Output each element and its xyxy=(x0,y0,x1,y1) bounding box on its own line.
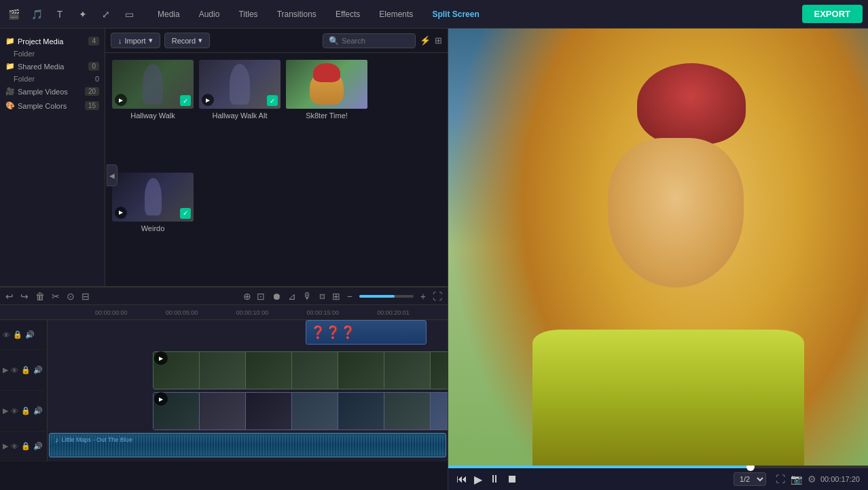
magic-icon[interactable]: ✦ xyxy=(75,6,91,22)
delete-icon[interactable]: 🗑 xyxy=(35,291,45,302)
snapshot-icon[interactable]: 📷 xyxy=(791,474,802,485)
stop-button[interactable]: ⏹ xyxy=(507,473,518,485)
track-v2-audio-icon[interactable]: 🔊 xyxy=(33,406,43,415)
timeline-add-icon[interactable]: ⊕ xyxy=(243,291,251,302)
settings-icon[interactable]: ⚙ xyxy=(808,474,816,485)
sidebar-item-folder-1[interactable]: Folder xyxy=(0,48,105,59)
tab-transitions[interactable]: Transitions xyxy=(268,5,326,23)
split-icon[interactable]: ⊟ xyxy=(82,291,90,302)
video-film-strip-1[interactable] xyxy=(153,351,448,389)
track-v2-play-icon[interactable]: ▶ xyxy=(3,406,8,415)
track-video-1: ▶ 👁 🔒 🔊 xyxy=(0,350,448,391)
track-v2-play-btn-1[interactable]: ▶ xyxy=(154,392,168,406)
track-v1-lock-icon[interactable]: 🔒 xyxy=(21,366,31,374)
track-audio-play-icon[interactable]: ▶ xyxy=(3,442,8,451)
zoom-in-icon[interactable]: + xyxy=(420,291,426,302)
tab-effects[interactable]: Effects xyxy=(326,5,369,23)
filter-icon[interactable]: ⚡ xyxy=(420,35,431,46)
audio-clip[interactable]: ♪ Little Maps - Out The Blue xyxy=(49,433,446,457)
sidebar-item-project-media[interactable]: 📁 Project Media 4 xyxy=(0,34,105,48)
track-eye-icon[interactable]: 👁 xyxy=(3,331,10,339)
sidebar-item-shared-media[interactable]: 📁 Shared Media 0 xyxy=(0,59,105,73)
track-audio-mute-icon[interactable]: 🔊 xyxy=(33,442,43,451)
ruler-mark-0: 00:00:00:00 xyxy=(95,309,166,316)
track-lock-icon[interactable]: 🔒 xyxy=(13,330,22,339)
mic-icon[interactable]: 🎙 xyxy=(303,291,312,302)
media-item-label: Hallway Walk xyxy=(112,111,194,120)
play-button[interactable]: ▶ xyxy=(474,473,482,486)
share-icon[interactable]: ⤢ xyxy=(98,6,114,22)
transition-icon[interactable]: ⧈ xyxy=(319,290,325,302)
ruler-marks: 00:00:00:00 00:00:05:00 00:00:10:00 00:0… xyxy=(95,309,448,316)
fullscreen-icon[interactable]: ⛶ xyxy=(776,474,785,485)
ruler-mark-3: 00:00:15:00 xyxy=(306,309,377,316)
zoom-out-icon[interactable]: − xyxy=(347,291,352,302)
text-icon[interactable]: T xyxy=(52,6,68,22)
track-v1-play-icon[interactable]: ▶ xyxy=(3,366,8,374)
media-item-weirdo[interactable]: ▶ ✓ Weirdo xyxy=(112,173,194,280)
track-v2-eye-icon[interactable]: 👁 xyxy=(11,407,18,415)
timeline-snap-icon[interactable]: ⊡ xyxy=(257,291,265,302)
pip-icon[interactable]: ⊞ xyxy=(332,291,340,302)
tab-split-screen[interactable]: Split Screen xyxy=(422,5,488,23)
preview-progress-fill xyxy=(448,466,751,468)
media-item-hallway-walk-alt[interactable]: ▶ ✓ Hallway Walk Alt xyxy=(199,60,281,167)
jacket-shape xyxy=(532,330,804,466)
media-item-skater-time[interactable]: Sk8ter Time! xyxy=(286,60,367,167)
toolbar-icons: 🎬 🎵 T ✦ ⤢ ▭ xyxy=(5,6,137,22)
record-button[interactable]: Record ▾ xyxy=(164,33,210,48)
export-button[interactable]: EXPORT xyxy=(802,5,863,23)
import-button[interactable]: ↓ Import ▾ xyxy=(111,33,160,48)
music-icon[interactable]: 🎵 xyxy=(29,6,45,22)
track-v1-play-button[interactable]: ▶ xyxy=(154,351,168,365)
import-icon: ↓ xyxy=(118,37,122,45)
track-v1-eye-icon[interactable]: 👁 xyxy=(11,366,18,374)
sidebar-item-folder-2[interactable]: Folder 0 xyxy=(0,73,105,84)
selected-check: ✓ xyxy=(180,208,191,219)
quality-select[interactable]: 1/2 Full 1/4 xyxy=(734,472,766,486)
media-thumb-hallway-walk-alt: ▶ ✓ xyxy=(199,60,281,109)
tab-elements[interactable]: Elements xyxy=(369,5,422,23)
preview-panel: ↗ ⏮ ▶ ⏸ ⏹ 1/2 Full 1/4 ⛶ 📷 ⚙ xyxy=(448,29,868,490)
media-content-area: ↓ Import ▾ Record ▾ 🔍 ⚡ ⊞ xyxy=(105,29,448,286)
track-v2-lock-icon[interactable]: 🔒 xyxy=(21,406,31,415)
preview-progress-bar[interactable] xyxy=(448,466,868,468)
zoom-control xyxy=(359,295,414,298)
media-item-hallway-walk[interactable]: ▶ ✓ Hallway Walk xyxy=(112,60,194,167)
crop-icon[interactable]: ⊙ xyxy=(67,291,75,302)
search-input[interactable] xyxy=(342,37,410,45)
snap-icon[interactable]: ⊿ xyxy=(288,291,296,302)
tab-titles[interactable]: Titles xyxy=(229,5,267,23)
track-v1-audio-icon[interactable]: 🔊 xyxy=(33,366,43,374)
tab-audio[interactable]: Audio xyxy=(189,5,230,23)
pause-button[interactable]: ⏸ xyxy=(489,473,500,485)
tab-media[interactable]: Media xyxy=(148,5,189,23)
track-audio-lock-icon[interactable]: 🔒 xyxy=(21,442,31,451)
shared-icon: 📁 xyxy=(5,62,15,71)
film-icon[interactable]: 🎬 xyxy=(5,6,22,22)
timeline-section: ↩ ↪ 🗑 ✂ ⊙ ⊟ ⊕ ⊡ ⏺ ⊿ 🎙 ⧈ ⊞ − xyxy=(0,287,448,490)
track-audio-eye-icon[interactable]: 👁 xyxy=(11,442,18,451)
undo-icon[interactable]: ↩ xyxy=(5,291,14,302)
cut-icon[interactable]: ✂ xyxy=(52,291,60,302)
zoom-bar[interactable] xyxy=(359,295,414,298)
sidebar-item-sample-colors[interactable]: 🎨 Sample Colors 15 xyxy=(0,99,105,113)
media-item-label: Hallway Walk Alt xyxy=(199,111,281,120)
prev-frame-button[interactable]: ⏮ xyxy=(456,473,467,485)
grid-icon[interactable]: ⊞ xyxy=(435,35,442,46)
zoom-fill xyxy=(359,295,395,298)
search-icon: 🔍 xyxy=(329,36,339,46)
title-clip[interactable]: ❓❓❓ xyxy=(306,320,427,345)
question-icon: ❓❓❓ xyxy=(310,325,355,340)
record-circle-icon[interactable]: ⏺ xyxy=(272,291,281,302)
film-frame xyxy=(431,352,448,389)
media-item-label: Sk8ter Time! xyxy=(286,111,367,120)
fullscreen-icon[interactable]: ⛶ xyxy=(433,291,442,302)
monitor-icon[interactable]: ▭ xyxy=(121,6,137,22)
video-strip-2a[interactable] xyxy=(153,392,448,430)
sidebar-item-sample-videos[interactable]: 🎥 Sample Videos 20 xyxy=(0,84,105,99)
redo-icon[interactable]: ↪ xyxy=(20,291,29,302)
sidebar-collapse-button[interactable]: ◀ xyxy=(107,164,117,186)
track-audio-icon[interactable]: 🔊 xyxy=(25,330,35,339)
track-title-controls: 👁 🔒 🔊 xyxy=(0,320,48,349)
